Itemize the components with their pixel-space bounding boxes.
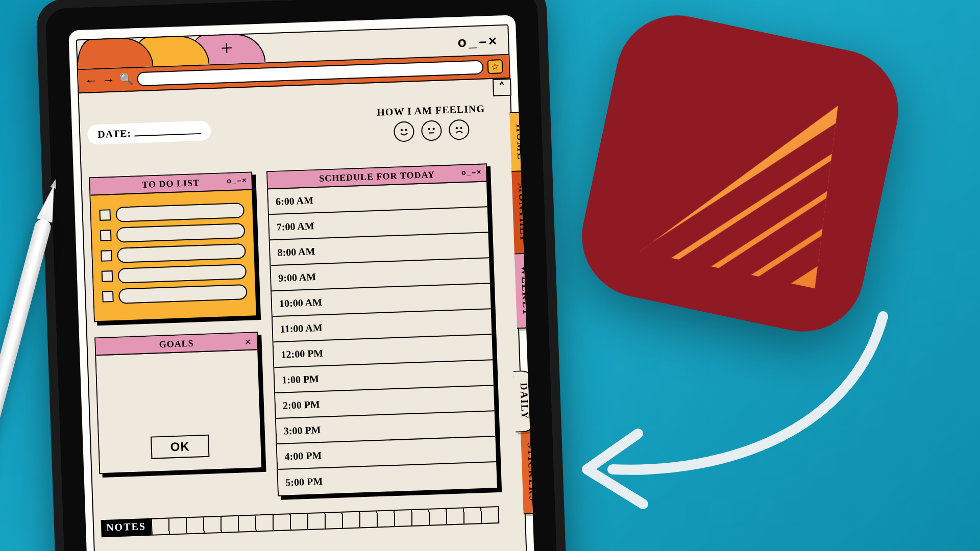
- todo-body: [90, 190, 256, 321]
- close-icon[interactable]: ×: [244, 335, 252, 349]
- svg-point-0: [401, 129, 403, 131]
- sidetab-stickers[interactable]: STICKERS: [521, 430, 534, 514]
- todo-text-field[interactable]: [118, 284, 248, 304]
- schedule-panel: SCHEDULE FOR TODAY o_–× 6:00 AM7:00 AM8:…: [266, 163, 498, 496]
- date-blank-line: [134, 133, 201, 137]
- notes-grid[interactable]: [151, 506, 499, 536]
- pointer-arrow-icon: [567, 306, 893, 520]
- svg-point-2: [428, 128, 430, 130]
- goals-title: GOALS: [159, 338, 194, 349]
- forward-arrow-icon[interactable]: →: [102, 72, 115, 88]
- date-field[interactable]: DATE:: [87, 120, 211, 144]
- todo-row: [101, 243, 246, 264]
- app-icon: [571, 4, 910, 343]
- todo-row: [99, 203, 244, 223]
- todo-checkbox[interactable]: [102, 291, 114, 303]
- app-icon-glyph: [571, 4, 910, 343]
- todo-window-controls[interactable]: o_–×: [227, 176, 248, 185]
- todo-text-field[interactable]: [117, 264, 247, 284]
- todo-checkbox[interactable]: [100, 230, 112, 241]
- todo-checkbox[interactable]: [102, 270, 113, 282]
- goals-panel: GOALS × OK: [94, 332, 262, 474]
- svg-point-5: [456, 127, 458, 129]
- todo-checkbox[interactable]: [101, 250, 112, 262]
- face-neutral-icon[interactable]: [421, 120, 442, 141]
- svg-line-7: [601, 40, 903, 343]
- svg-point-1: [405, 129, 407, 131]
- plus-icon: +: [220, 36, 233, 61]
- todo-row: [100, 223, 246, 243]
- notes-label: NOTES: [101, 518, 152, 537]
- face-sad-icon[interactable]: [449, 119, 470, 140]
- svg-point-6: [460, 127, 462, 129]
- back-arrow-icon[interactable]: ←: [84, 73, 98, 89]
- feeling-label: HOW I AM FEELING: [377, 103, 485, 118]
- sidetab-weekly[interactable]: WEEKLY: [514, 253, 534, 329]
- ipad-bezel: + o_–× ← → 🔍 ☆ ˄ DATE:: [45, 0, 558, 551]
- pencil-body: [0, 217, 53, 551]
- sidetab-monthly[interactable]: MONTHLY: [511, 170, 534, 256]
- ok-button[interactable]: OK: [151, 435, 209, 459]
- todo-text-field[interactable]: [115, 203, 244, 222]
- sidetab-daily[interactable]: DAILY: [513, 370, 534, 433]
- todo-text-field[interactable]: [117, 243, 246, 263]
- todo-checkbox[interactable]: [99, 209, 111, 221]
- planner-content: DATE: HOW I AM FEELING: [87, 103, 499, 537]
- pencil-tip: [37, 183, 62, 222]
- notes-row: NOTES: [101, 506, 500, 537]
- sidetab-home[interactable]: HOME: [509, 111, 532, 173]
- todo-panel: TO DO LIST o_–×: [89, 171, 257, 322]
- ipad-screen: + o_–× ← → 🔍 ☆ ˄ DATE:: [68, 15, 534, 551]
- scroll-up-button[interactable]: ˄: [492, 79, 511, 96]
- search-icon[interactable]: 🔍: [119, 72, 133, 86]
- bookmark-star-icon[interactable]: ☆: [487, 59, 503, 74]
- face-happy-icon[interactable]: [394, 121, 414, 142]
- schedule-window-controls[interactable]: o_–×: [461, 168, 482, 177]
- schedule-title: SCHEDULE FOR TODAY: [319, 169, 435, 184]
- todo-text-field[interactable]: [116, 223, 246, 243]
- window-controls[interactable]: o_–×: [457, 33, 499, 51]
- ipad-device: + o_–× ← → 🔍 ☆ ˄ DATE:: [36, 0, 567, 551]
- schedule-body: 6:00 AM7:00 AM8:00 AM9:00 AM10:00 AM11:0…: [268, 182, 497, 495]
- todo-row: [102, 284, 248, 305]
- date-label: DATE:: [97, 128, 132, 140]
- goals-body[interactable]: OK: [96, 350, 261, 473]
- planner-page: + o_–× ← → 🔍 ☆ ˄ DATE:: [76, 24, 529, 551]
- todo-row: [101, 264, 247, 284]
- svg-point-3: [432, 128, 434, 130]
- todo-title: TO DO LIST: [142, 178, 200, 190]
